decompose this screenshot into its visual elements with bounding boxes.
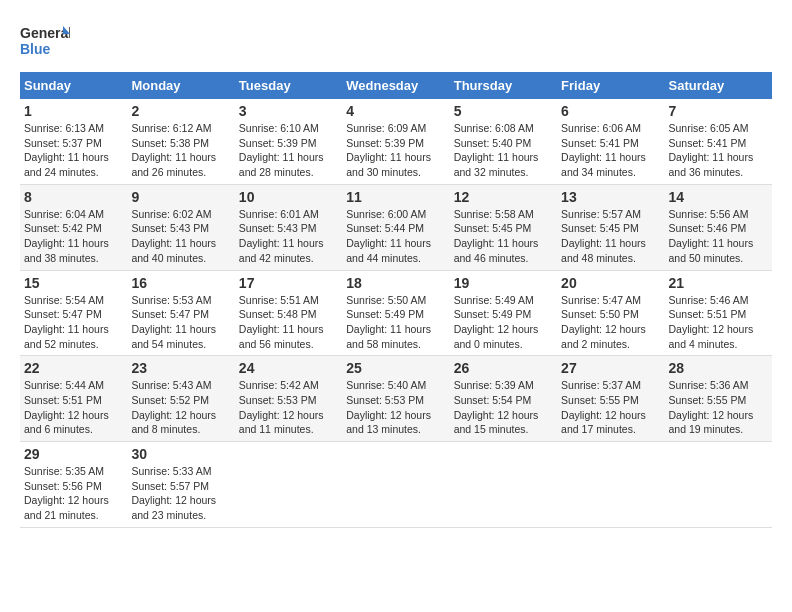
day-number: 30: [131, 446, 230, 462]
col-header-saturday: Saturday: [665, 72, 772, 99]
day-number: 6: [561, 103, 660, 119]
day-info: Sunrise: 5:42 AMSunset: 5:53 PMDaylight:…: [239, 379, 324, 435]
day-number: 13: [561, 189, 660, 205]
calendar-cell: 10Sunrise: 6:01 AMSunset: 5:43 PMDayligh…: [235, 184, 342, 270]
calendar-cell: 21Sunrise: 5:46 AMSunset: 5:51 PMDayligh…: [665, 270, 772, 356]
day-info: Sunrise: 5:44 AMSunset: 5:51 PMDaylight:…: [24, 379, 109, 435]
col-header-wednesday: Wednesday: [342, 72, 449, 99]
calendar-cell: 3Sunrise: 6:10 AMSunset: 5:39 PMDaylight…: [235, 99, 342, 184]
calendar-week-5: 29Sunrise: 5:35 AMSunset: 5:56 PMDayligh…: [20, 442, 772, 528]
col-header-thursday: Thursday: [450, 72, 557, 99]
calendar-cell: 26Sunrise: 5:39 AMSunset: 5:54 PMDayligh…: [450, 356, 557, 442]
col-header-monday: Monday: [127, 72, 234, 99]
day-number: 7: [669, 103, 768, 119]
calendar-cell: 24Sunrise: 5:42 AMSunset: 5:53 PMDayligh…: [235, 356, 342, 442]
day-number: 17: [239, 275, 338, 291]
calendar-week-3: 15Sunrise: 5:54 AMSunset: 5:47 PMDayligh…: [20, 270, 772, 356]
day-info: Sunrise: 5:56 AMSunset: 5:46 PMDaylight:…: [669, 208, 754, 264]
day-number: 14: [669, 189, 768, 205]
day-info: Sunrise: 5:50 AMSunset: 5:49 PMDaylight:…: [346, 294, 431, 350]
day-number: 24: [239, 360, 338, 376]
calendar-cell: 18Sunrise: 5:50 AMSunset: 5:49 PMDayligh…: [342, 270, 449, 356]
day-info: Sunrise: 6:04 AMSunset: 5:42 PMDaylight:…: [24, 208, 109, 264]
day-info: Sunrise: 6:08 AMSunset: 5:40 PMDaylight:…: [454, 122, 539, 178]
day-number: 4: [346, 103, 445, 119]
svg-text:General: General: [20, 25, 70, 41]
calendar-week-4: 22Sunrise: 5:44 AMSunset: 5:51 PMDayligh…: [20, 356, 772, 442]
day-number: 28: [669, 360, 768, 376]
day-info: Sunrise: 6:10 AMSunset: 5:39 PMDaylight:…: [239, 122, 324, 178]
calendar-cell: 8Sunrise: 6:04 AMSunset: 5:42 PMDaylight…: [20, 184, 127, 270]
day-info: Sunrise: 5:53 AMSunset: 5:47 PMDaylight:…: [131, 294, 216, 350]
calendar-cell: 9Sunrise: 6:02 AMSunset: 5:43 PMDaylight…: [127, 184, 234, 270]
day-number: 2: [131, 103, 230, 119]
col-header-friday: Friday: [557, 72, 664, 99]
logo-svg: General Blue: [20, 20, 70, 64]
day-info: Sunrise: 5:49 AMSunset: 5:49 PMDaylight:…: [454, 294, 539, 350]
calendar-cell: 13Sunrise: 5:57 AMSunset: 5:45 PMDayligh…: [557, 184, 664, 270]
header: General Blue: [20, 20, 772, 64]
calendar-cell: [557, 442, 664, 528]
day-info: Sunrise: 6:00 AMSunset: 5:44 PMDaylight:…: [346, 208, 431, 264]
calendar-cell: 14Sunrise: 5:56 AMSunset: 5:46 PMDayligh…: [665, 184, 772, 270]
day-number: 1: [24, 103, 123, 119]
calendar-cell: 29Sunrise: 5:35 AMSunset: 5:56 PMDayligh…: [20, 442, 127, 528]
day-info: Sunrise: 5:51 AMSunset: 5:48 PMDaylight:…: [239, 294, 324, 350]
calendar-cell: 7Sunrise: 6:05 AMSunset: 5:41 PMDaylight…: [665, 99, 772, 184]
calendar-cell: 4Sunrise: 6:09 AMSunset: 5:39 PMDaylight…: [342, 99, 449, 184]
day-info: Sunrise: 5:43 AMSunset: 5:52 PMDaylight:…: [131, 379, 216, 435]
day-info: Sunrise: 5:35 AMSunset: 5:56 PMDaylight:…: [24, 465, 109, 521]
calendar-cell: 19Sunrise: 5:49 AMSunset: 5:49 PMDayligh…: [450, 270, 557, 356]
calendar-cell: 27Sunrise: 5:37 AMSunset: 5:55 PMDayligh…: [557, 356, 664, 442]
day-info: Sunrise: 5:33 AMSunset: 5:57 PMDaylight:…: [131, 465, 216, 521]
day-info: Sunrise: 6:06 AMSunset: 5:41 PMDaylight:…: [561, 122, 646, 178]
calendar-cell: 6Sunrise: 6:06 AMSunset: 5:41 PMDaylight…: [557, 99, 664, 184]
calendar-cell: 15Sunrise: 5:54 AMSunset: 5:47 PMDayligh…: [20, 270, 127, 356]
calendar-cell: 17Sunrise: 5:51 AMSunset: 5:48 PMDayligh…: [235, 270, 342, 356]
day-number: 11: [346, 189, 445, 205]
calendar-cell: 2Sunrise: 6:12 AMSunset: 5:38 PMDaylight…: [127, 99, 234, 184]
calendar-cell: [235, 442, 342, 528]
day-number: 22: [24, 360, 123, 376]
day-info: Sunrise: 5:37 AMSunset: 5:55 PMDaylight:…: [561, 379, 646, 435]
day-number: 21: [669, 275, 768, 291]
day-info: Sunrise: 5:39 AMSunset: 5:54 PMDaylight:…: [454, 379, 539, 435]
col-header-tuesday: Tuesday: [235, 72, 342, 99]
calendar-cell: [342, 442, 449, 528]
calendar-cell: 5Sunrise: 6:08 AMSunset: 5:40 PMDaylight…: [450, 99, 557, 184]
day-number: 9: [131, 189, 230, 205]
day-info: Sunrise: 5:57 AMSunset: 5:45 PMDaylight:…: [561, 208, 646, 264]
calendar-cell: 20Sunrise: 5:47 AMSunset: 5:50 PMDayligh…: [557, 270, 664, 356]
day-number: 27: [561, 360, 660, 376]
day-number: 16: [131, 275, 230, 291]
calendar-cell: 30Sunrise: 5:33 AMSunset: 5:57 PMDayligh…: [127, 442, 234, 528]
day-info: Sunrise: 5:54 AMSunset: 5:47 PMDaylight:…: [24, 294, 109, 350]
calendar-cell: 16Sunrise: 5:53 AMSunset: 5:47 PMDayligh…: [127, 270, 234, 356]
day-info: Sunrise: 5:40 AMSunset: 5:53 PMDaylight:…: [346, 379, 431, 435]
calendar-week-2: 8Sunrise: 6:04 AMSunset: 5:42 PMDaylight…: [20, 184, 772, 270]
calendar-cell: 23Sunrise: 5:43 AMSunset: 5:52 PMDayligh…: [127, 356, 234, 442]
calendar-cell: 22Sunrise: 5:44 AMSunset: 5:51 PMDayligh…: [20, 356, 127, 442]
svg-text:Blue: Blue: [20, 41, 51, 57]
day-number: 19: [454, 275, 553, 291]
day-number: 26: [454, 360, 553, 376]
day-info: Sunrise: 5:36 AMSunset: 5:55 PMDaylight:…: [669, 379, 754, 435]
day-info: Sunrise: 6:01 AMSunset: 5:43 PMDaylight:…: [239, 208, 324, 264]
calendar-cell: 25Sunrise: 5:40 AMSunset: 5:53 PMDayligh…: [342, 356, 449, 442]
day-number: 29: [24, 446, 123, 462]
day-number: 12: [454, 189, 553, 205]
day-number: 20: [561, 275, 660, 291]
day-number: 3: [239, 103, 338, 119]
day-number: 10: [239, 189, 338, 205]
calendar-cell: [665, 442, 772, 528]
day-number: 18: [346, 275, 445, 291]
day-number: 15: [24, 275, 123, 291]
day-info: Sunrise: 5:58 AMSunset: 5:45 PMDaylight:…: [454, 208, 539, 264]
day-info: Sunrise: 6:12 AMSunset: 5:38 PMDaylight:…: [131, 122, 216, 178]
day-info: Sunrise: 5:47 AMSunset: 5:50 PMDaylight:…: [561, 294, 646, 350]
day-number: 23: [131, 360, 230, 376]
day-number: 25: [346, 360, 445, 376]
calendar-cell: 1Sunrise: 6:13 AMSunset: 5:37 PMDaylight…: [20, 99, 127, 184]
day-info: Sunrise: 6:05 AMSunset: 5:41 PMDaylight:…: [669, 122, 754, 178]
calendar-table: SundayMondayTuesdayWednesdayThursdayFrid…: [20, 72, 772, 528]
